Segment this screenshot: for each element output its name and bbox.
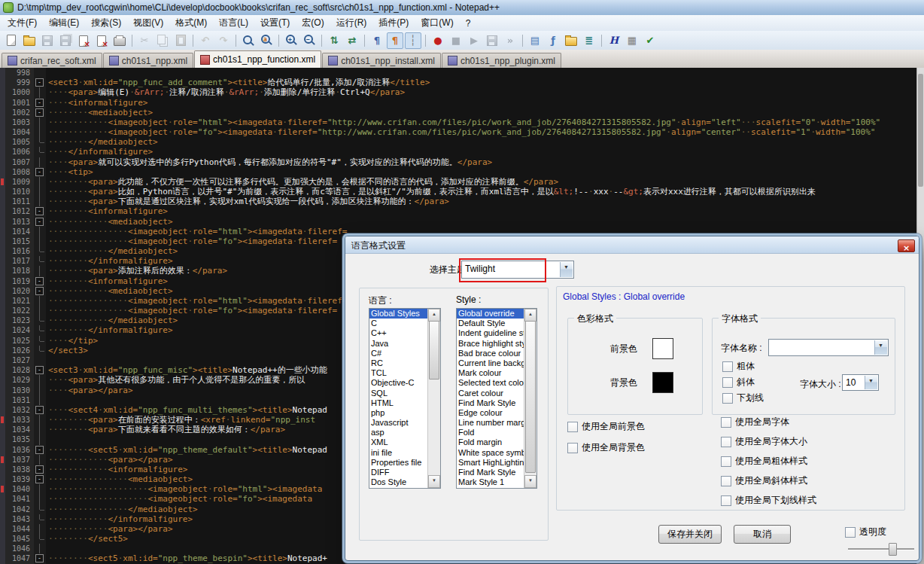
menu-item-plugins[interactable]: 插件(P) bbox=[372, 15, 415, 31]
menu-item-view[interactable]: 视图(V) bbox=[127, 15, 169, 31]
html-preview-button[interactable]: H bbox=[606, 32, 622, 49]
foreground-colour-swatch[interactable] bbox=[652, 338, 673, 359]
tab-ch01s1-npp-function-xml[interactable]: ch01s1_npp_function.xml bbox=[194, 50, 321, 68]
language-item-global-styles[interactable]: Global Styles bbox=[369, 309, 427, 319]
style-item-mark-style-1[interactable]: Mark Style 1 bbox=[457, 477, 524, 487]
function-list-button[interactable]: ƒ bbox=[545, 32, 561, 49]
editor-line-1006[interactable]: 1006····</informalfigure> bbox=[0, 147, 924, 157]
show-all-characters-button[interactable]: ¶ bbox=[387, 32, 403, 49]
fold-collapse-toggle[interactable]: - bbox=[34, 206, 46, 216]
language-item-java[interactable]: Java bbox=[369, 339, 427, 349]
menu-item-settings[interactable]: 设置(T) bbox=[254, 15, 296, 31]
fold-collapse-toggle[interactable]: - bbox=[34, 474, 46, 484]
fold-collapse-toggle[interactable]: - bbox=[34, 78, 46, 87]
editor-line-1011[interactable]: 1011········<para>下面就是通过区块注释，实现对xml代码实现给… bbox=[0, 197, 924, 206]
style-item-indent-guideline-style[interactable]: Indent guideline style bbox=[457, 328, 524, 338]
language-item-objective-c[interactable]: Objective-C bbox=[369, 378, 427, 388]
scrollbar-thumb[interactable] bbox=[918, 74, 923, 187]
sync-vertical-scroll-button[interactable]: ⇅ bbox=[326, 32, 342, 49]
fold-collapse-toggle[interactable]: - bbox=[34, 286, 46, 296]
fold-collapse-toggle[interactable]: - bbox=[34, 445, 46, 455]
language-item-php[interactable]: php bbox=[369, 408, 427, 418]
fold-collapse-toggle[interactable]: - bbox=[34, 167, 46, 177]
dialog-title-bar[interactable]: 语言格式设置 bbox=[345, 236, 919, 254]
use-global-font-size-checkbox[interactable]: 使用全局字体大小 bbox=[721, 435, 816, 448]
fold-collapse-toggle[interactable]: - bbox=[34, 217, 46, 227]
style-item-fold[interactable]: Fold bbox=[457, 428, 524, 437]
menu-item-run[interactable]: 运行(R) bbox=[330, 15, 373, 31]
fold-collapse-toggle[interactable]: - bbox=[34, 365, 46, 375]
font-name-select[interactable] bbox=[768, 339, 889, 356]
use-global-font-checkbox[interactable]: 使用全局字体 bbox=[721, 416, 816, 428]
style-item-global-override[interactable]: Global override bbox=[457, 309, 524, 319]
chevron-down-icon[interactable] bbox=[865, 376, 877, 389]
language-item-sql[interactable]: SQL bbox=[369, 389, 427, 398]
cancel-button[interactable]: 取消 bbox=[734, 525, 791, 544]
editor-line-1014[interactable]: 1014················<imageobject·role="h… bbox=[0, 227, 924, 236]
editor-line-1002[interactable]: 1002-········<mediaobject> bbox=[0, 108, 924, 117]
style-listbox[interactable]: Global overrideDefault StyleIndent guide… bbox=[456, 308, 537, 489]
style-item-smart-highlighting[interactable]: Smart HighLighting bbox=[457, 458, 524, 468]
chevron-down-icon[interactable] bbox=[560, 262, 573, 277]
use-global-background-checkbox[interactable]: 使用全局背景色 bbox=[567, 441, 645, 454]
fold-minus-icon[interactable]: - bbox=[35, 168, 44, 176]
fold-minus-icon[interactable]: - bbox=[35, 554, 44, 562]
save-all-button[interactable] bbox=[57, 32, 74, 49]
language-list-scrollbar[interactable] bbox=[427, 309, 440, 488]
scroll-up-icon[interactable] bbox=[524, 309, 536, 322]
zoom-in-button[interactable]: + bbox=[283, 32, 299, 49]
replace-button[interactable]: a bbox=[258, 32, 275, 49]
editor-line-1008[interactable]: 1008-····<tip> bbox=[0, 167, 924, 177]
cut-button[interactable]: ✂ bbox=[136, 32, 153, 49]
editor-line-1001[interactable]: 1001-····<informalfigure> bbox=[0, 98, 924, 108]
fold-collapse-toggle[interactable]: - bbox=[34, 276, 46, 286]
style-item-current-line-background[interactable]: Current line background bbox=[457, 358, 524, 368]
editor-line-1000[interactable]: 1000····<para>编辑(E)·&rArr;·注释/取消注释·&rArr… bbox=[0, 87, 924, 97]
menu-item-window[interactable]: 窗口(W) bbox=[415, 15, 459, 31]
menu-item-edit[interactable]: 编辑(E) bbox=[43, 15, 85, 31]
fold-minus-icon[interactable]: - bbox=[35, 475, 44, 483]
style-item-default-style[interactable]: Default Style bbox=[457, 319, 524, 328]
tab-ch01s1-npp-install-xml[interactable]: ch01s1_npp_install.xml bbox=[322, 53, 441, 68]
editor-line-1007[interactable]: 1007····<para>就可以实现对选中的多行Python代码，每行都添加对… bbox=[0, 157, 924, 167]
undo-button[interactable]: ↶ bbox=[197, 32, 214, 49]
editor-line-1009[interactable]: 1009········<para>此功能，不仅方便一次性可以注释多行代码。更加… bbox=[0, 177, 924, 187]
style-item-edge-colour[interactable]: Edge colour bbox=[457, 408, 524, 418]
close-all-button[interactable]: × bbox=[93, 32, 110, 49]
show-indent-guide-button[interactable]: ┆ bbox=[405, 32, 421, 49]
doc-map-button[interactable]: ▤ bbox=[527, 32, 543, 49]
editor-line-1012[interactable]: 1012-········<informalfigure> bbox=[0, 206, 924, 216]
tab-ch01s1-npp-plugin-xml[interactable]: ch01s1_npp_plugin.xml bbox=[442, 53, 561, 68]
playback-macro-button[interactable]: ▶ bbox=[466, 32, 482, 49]
menu-item-macro[interactable]: 宏(O) bbox=[296, 15, 330, 31]
close-button[interactable]: × bbox=[75, 32, 92, 49]
underline-checkbox[interactable]: 下划线 bbox=[722, 392, 764, 404]
editor-line-1004[interactable]: 1004············<imageobject·role="fo"><… bbox=[0, 127, 924, 137]
fold-minus-icon[interactable]: - bbox=[35, 406, 44, 414]
fold-minus-icon[interactable]: - bbox=[35, 218, 44, 226]
scroll-down-icon[interactable] bbox=[428, 475, 440, 488]
use-global-underline-checkbox[interactable]: 使用全局下划线样式 bbox=[721, 494, 816, 507]
language-item-asp[interactable]: asp bbox=[369, 428, 427, 437]
language-item-tcl[interactable]: TCL bbox=[369, 368, 427, 378]
print-button[interactable] bbox=[111, 32, 128, 49]
monitor-tail-button[interactable]: ≣ bbox=[581, 32, 597, 49]
font-size-select[interactable]: 10 bbox=[842, 374, 879, 391]
editor-line-1010[interactable]: 1010········<para>比如，Python语言，以井号"#"为前缀，… bbox=[0, 187, 924, 197]
style-item-caret-colour[interactable]: Caret colour bbox=[457, 389, 524, 398]
language-item-ini-file[interactable]: ini file bbox=[369, 448, 427, 458]
background-colour-swatch[interactable] bbox=[652, 372, 673, 393]
menu-item-help[interactable]: ? bbox=[460, 17, 477, 30]
chevron-down-icon[interactable] bbox=[874, 340, 887, 355]
language-listbox[interactable]: Global StylesCC++JavaC#RCTCLObjective-CS… bbox=[369, 308, 441, 489]
fold-minus-icon[interactable]: - bbox=[35, 277, 44, 285]
language-item-xml[interactable]: XML bbox=[369, 437, 427, 447]
run-macro-multiple-button[interactable]: » bbox=[502, 32, 518, 49]
save-and-close-button[interactable]: 保存并关闭 bbox=[658, 525, 722, 544]
editor-line-1003[interactable]: 1003············<imageobject·role="html"… bbox=[0, 117, 924, 127]
dialog-close-icon[interactable] bbox=[898, 239, 915, 252]
start-recording-button[interactable]: ● bbox=[430, 32, 446, 49]
title-bar[interactable]: D:\tmp\tmp_dev_root\cgwin\home\CLi\devel… bbox=[0, 0, 924, 16]
save-macro-button[interactable] bbox=[484, 32, 500, 49]
scroll-down-icon[interactable] bbox=[524, 475, 536, 488]
